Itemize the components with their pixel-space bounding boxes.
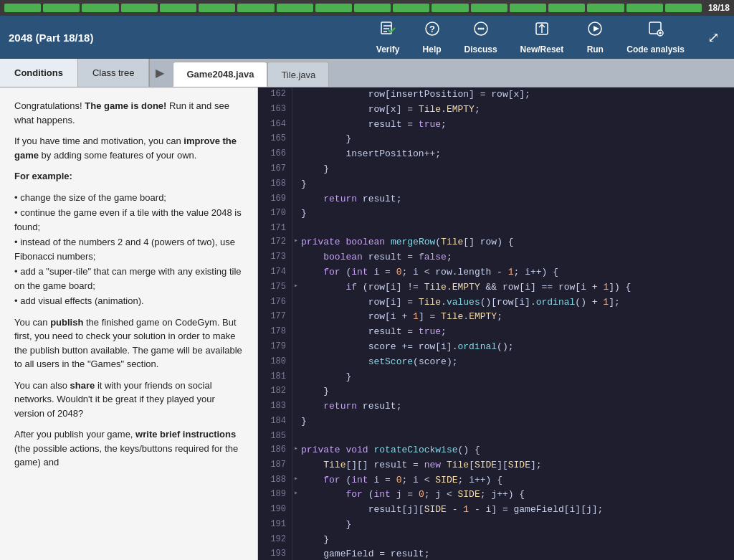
line-number-176: 176 <box>258 295 292 310</box>
line-content-172: private boolean mergeRow(Tile[] row) { <box>298 235 734 250</box>
code-line-167: 167 } <box>258 162 734 177</box>
progress-segment-6 <box>199 4 235 12</box>
line-number-172: 172 <box>258 235 292 250</box>
new-reset-label: New/Reset <box>520 44 564 54</box>
verify-label: Verify <box>376 44 400 54</box>
svg-point-4 <box>477 28 480 30</box>
progress-label: 18/18 <box>708 3 730 13</box>
line-content-170: } <box>298 207 734 222</box>
code-line-181: 181 } <box>258 370 734 385</box>
collapse-button[interactable]: ▶ <box>150 59 170 87</box>
line-arrow-184 <box>292 414 298 430</box>
progress-segment-2 <box>43 4 80 12</box>
line-content-183: return result; <box>298 399 734 414</box>
toolbar: Verify?HelpDiscussNew/ResetRunCode analy… <box>365 14 696 60</box>
line-number-171: 171 <box>258 222 292 235</box>
line-arrow-182 <box>292 384 298 399</box>
line-number-174: 174 <box>258 265 292 280</box>
line-content-184: } <box>298 414 734 430</box>
expand-button[interactable]: ⤢ <box>702 23 725 52</box>
line-arrow-188: ▸ <box>292 473 298 488</box>
line-number-165: 165 <box>258 132 292 147</box>
line-number-173: 173 <box>258 250 292 265</box>
file-tab-tile[interactable]: Tile.java <box>267 62 329 87</box>
help-button[interactable]: ?Help <box>411 14 453 60</box>
line-content-186: private void rotateClockwise() { <box>298 443 734 458</box>
bullet-list: • change the size of the game board;• co… <box>14 191 243 308</box>
svg-point-6 <box>482 28 484 30</box>
line-arrow-192 <box>292 533 298 548</box>
line-content-182: } <box>298 384 734 399</box>
code-analysis-label: Code analysis <box>626 44 685 54</box>
line-arrow-183 <box>292 399 298 414</box>
bullet-item-1: • continue the game even if a tile with … <box>14 206 243 234</box>
file-tabs: Game2048.javaTile.java <box>170 59 734 87</box>
line-number-184: 184 <box>258 414 292 430</box>
help-icon: ? <box>424 20 441 42</box>
bold-done: The game is done! <box>85 100 166 111</box>
progress-segment-3 <box>82 4 118 12</box>
code-analysis-icon <box>647 20 664 42</box>
code-panel[interactable]: 162 row[insertPosition] = row[x];163 row… <box>258 87 734 560</box>
tab-conditions[interactable]: Conditions <box>0 59 78 87</box>
line-content-171 <box>298 222 734 235</box>
line-number-186: 186 <box>258 443 292 458</box>
run-button[interactable]: Run <box>575 14 615 60</box>
code-line-190: 190 result[j][SIDE - 1 - i] = gameField[… <box>258 503 734 518</box>
line-arrow-173 <box>292 250 298 265</box>
line-number-193: 193 <box>258 547 292 560</box>
line-arrow-179 <box>292 340 298 355</box>
discuss-button[interactable]: Discuss <box>453 14 509 60</box>
progress-segment-14 <box>510 4 546 12</box>
line-number-182: 182 <box>258 384 292 399</box>
line-arrow-186: ▸ <box>292 443 298 458</box>
code-line-175: 175▸ if (row[i] != Tile.EMPTY && row[i] … <box>258 280 734 295</box>
line-number-178: 178 <box>258 325 292 340</box>
line-content-175: if (row[i] != Tile.EMPTY && row[i] == ro… <box>298 280 734 295</box>
line-number-192: 192 <box>258 533 292 548</box>
code-analysis-button[interactable]: Code analysis <box>615 14 696 60</box>
progress-segment-16 <box>587 4 624 12</box>
svg-point-5 <box>480 28 482 30</box>
progress-segment-12 <box>432 4 468 12</box>
line-arrow-193 <box>292 547 298 560</box>
run-label: Run <box>587 44 604 54</box>
conditions-para4: You can publish the finished game on Cod… <box>14 315 243 371</box>
line-number-190: 190 <box>258 503 292 518</box>
discuss-icon <box>472 20 490 42</box>
code-line-183: 183 return result; <box>258 399 734 414</box>
code-area: 162 row[insertPosition] = row[x];163 row… <box>258 87 734 560</box>
svg-text:?: ? <box>429 24 435 34</box>
app-title: 2048 (Part 18/18) <box>9 32 93 44</box>
line-arrow-171 <box>292 222 298 235</box>
progress-segment-5 <box>160 4 196 12</box>
conditions-para1: Congratulations! The game is done! Run i… <box>14 99 243 127</box>
line-content-165: } <box>298 132 734 147</box>
discuss-label: Discuss <box>464 44 497 54</box>
progress-segment-11 <box>393 4 429 12</box>
svg-marker-10 <box>594 26 599 32</box>
code-line-191: 191 } <box>258 518 734 533</box>
run-icon <box>586 20 604 42</box>
line-arrow-176 <box>292 295 298 310</box>
progress-segment-10 <box>354 4 391 12</box>
progress-segment-9 <box>315 4 352 12</box>
progress-segment-13 <box>471 4 507 12</box>
code-line-171: 171 <box>258 222 734 235</box>
verify-button[interactable]: Verify <box>365 14 411 60</box>
line-content-191: } <box>298 518 734 533</box>
line-number-188: 188 <box>258 473 292 488</box>
tab-class-tree[interactable]: Class tree <box>78 59 150 87</box>
left-tabs: ConditionsClass tree <box>0 59 150 87</box>
line-arrow-168 <box>292 177 298 192</box>
code-line-165: 165 } <box>258 132 734 147</box>
verify-icon <box>379 20 396 42</box>
bullet-item-2: • instead of the numbers 2 and 4 (powers… <box>14 235 243 263</box>
new-reset-button[interactable]: New/Reset <box>509 14 576 60</box>
line-arrow-163 <box>292 103 298 118</box>
code-line-169: 169 return result; <box>258 192 734 207</box>
line-content-190: result[j][SIDE - 1 - i] = gameField[i][j… <box>298 503 734 518</box>
file-tab-game2048[interactable]: Game2048.java <box>173 62 267 87</box>
line-number-180: 180 <box>258 355 292 370</box>
progress-segment-8 <box>277 4 313 12</box>
